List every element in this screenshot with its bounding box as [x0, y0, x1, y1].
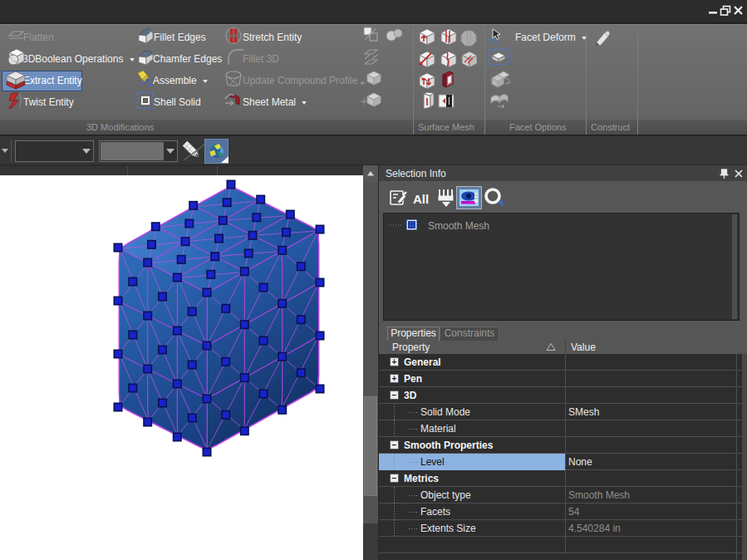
svg-text:All: All: [413, 192, 429, 206]
